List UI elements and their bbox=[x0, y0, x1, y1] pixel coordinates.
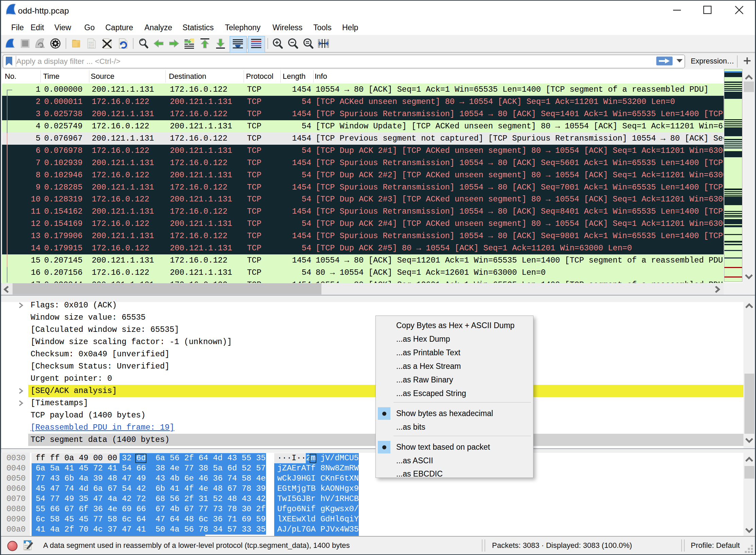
svg-text:0110: 0110 bbox=[89, 44, 94, 47]
svg-text:0101: 0101 bbox=[89, 42, 94, 44]
svg-text:0111: 0111 bbox=[89, 47, 94, 49]
